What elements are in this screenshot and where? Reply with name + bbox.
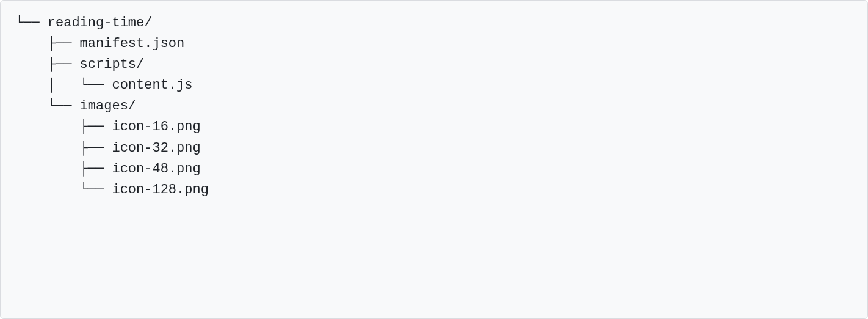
tree-line-manifest: ├── manifest.json <box>15 34 853 54</box>
tree-line-root: └── reading-time/ <box>15 13 853 34</box>
tree-line-content-js: │ └── content.js <box>15 75 853 96</box>
tree-line-icon-32: ├── icon-32.png <box>15 138 853 159</box>
tree-line-icon-128: └── icon-128.png <box>15 180 853 200</box>
directory-tree-block: └── reading-time/ ├── manifest.json ├── … <box>0 0 868 319</box>
tree-line-scripts-dir: ├── scripts/ <box>15 54 853 75</box>
tree-line-icon-16: ├── icon-16.png <box>15 117 853 138</box>
tree-line-images-dir: └── images/ <box>15 96 853 117</box>
tree-line-icon-48: ├── icon-48.png <box>15 159 853 180</box>
